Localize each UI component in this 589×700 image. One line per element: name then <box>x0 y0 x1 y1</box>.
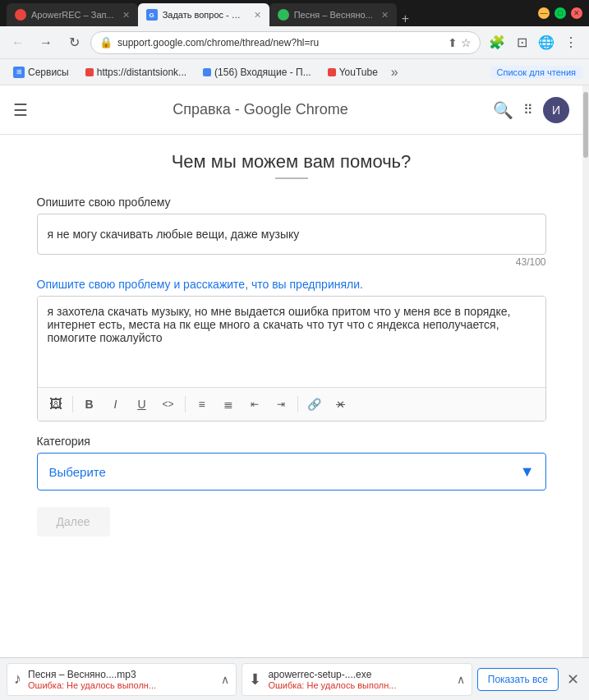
header-icons: 🔍 ⠿ И <box>493 97 569 123</box>
bookmarks-more-button[interactable]: » <box>388 65 402 80</box>
address-text: support.google.com/chrome/thread/new?hl=… <box>117 37 443 48</box>
download-info-song: Песня – Весняно....mp3 Ошибка: Не удалос… <box>28 669 214 690</box>
tab-apowerrec[interactable]: ApowerREC – Зап... ✕ <box>7 3 138 26</box>
bookmark-services-icon: ⊞ <box>13 67 25 78</box>
download-info-apowerrec: apowerrec-setup-....exe Ошибка: Не удало… <box>268 669 449 690</box>
bookmark-services[interactable]: ⊞ Сервисы <box>7 65 76 80</box>
tab-close-song[interactable]: ✕ <box>381 10 389 21</box>
new-tab-button[interactable]: + <box>397 12 414 26</box>
search-icon[interactable]: 🔍 <box>493 100 513 120</box>
category-label: Категория <box>37 435 546 448</box>
extensions-button[interactable]: 🧩 <box>485 31 508 54</box>
unordered-list-button[interactable]: ≡ <box>191 393 214 416</box>
bookmarks-bar: ⊞ Сервисы https://distantsionk... (156) … <box>0 59 589 85</box>
clear-format-button[interactable]: ✕ <box>329 393 352 416</box>
category-select-wrapper: Выберите ▼ <box>37 453 546 490</box>
window-controls: — □ ✕ <box>538 7 582 19</box>
nav-bar: ← → ↻ 🔒 support.google.com/chrome/thread… <box>0 26 589 59</box>
scrollbar[interactable] <box>582 85 589 657</box>
details-label: Опишите свою проблему и расскажите, что … <box>37 278 546 291</box>
share-icon[interactable]: ⬆ <box>448 36 458 49</box>
bookmark-youtube-icon <box>328 68 336 76</box>
tab-icon-song <box>278 9 289 21</box>
tab-close-google[interactable]: ✕ <box>254 10 261 21</box>
ordered-list-button[interactable]: ≣ <box>217 393 240 416</box>
category-select[interactable]: Выберите <box>37 453 546 490</box>
reading-list-button[interactable]: Список для чтения <box>490 66 582 79</box>
italic-button[interactable]: I <box>104 393 127 416</box>
close-button[interactable]: ✕ <box>571 7 582 19</box>
download-name-apowerrec: apowerrec-setup-....exe <box>268 669 449 680</box>
problem-input[interactable] <box>37 214 546 255</box>
indent-increase-button[interactable]: ⇥ <box>269 393 292 416</box>
apowerrec-download-icon: ⬇ <box>249 670 261 688</box>
download-bar: ♪ Песня – Весняно....mp3 Ошибка: Не удал… <box>0 657 589 700</box>
download-bar-close-icon[interactable]: ✕ <box>564 667 582 692</box>
underline-button[interactable]: U <box>131 393 154 416</box>
bookmark-distantsionk-icon <box>85 68 94 76</box>
download-item-song: ♪ Песня – Весняно....mp3 Ошибка: Не удал… <box>7 663 237 696</box>
tab-icon-google: G <box>146 9 158 21</box>
back-button[interactable]: ← <box>7 31 30 54</box>
image-button[interactable]: 🖼 <box>44 393 67 416</box>
tab-close-apowerrec[interactable]: ✕ <box>122 10 130 21</box>
link-button[interactable]: 🔗 <box>303 393 326 416</box>
lock-icon: 🔒 <box>99 36 113 48</box>
account-button[interactable]: 🌐 <box>535 31 558 54</box>
rich-textarea-wrapper: я захотела скачать музыку, но мне выдает… <box>37 296 546 421</box>
bold-button[interactable]: B <box>78 393 101 416</box>
show-all-button[interactable]: Показать все <box>477 668 559 691</box>
char-count: 43/100 <box>37 256 546 268</box>
bookmark-distantsionk[interactable]: https://distantsionk... <box>79 65 193 80</box>
nav-right-icons: 🧩 ⊡ 🌐 ⋮ <box>485 31 582 54</box>
page-heading: Чем мы можем вам помочь? <box>37 151 546 173</box>
address-bar-icons: ⬆ ☆ <box>448 36 472 49</box>
rich-toolbar: 🖼 B I U <> ≡ ≣ ⇤ ⇥ 🔗 ✕ <box>38 387 545 421</box>
indent-decrease-button[interactable]: ⇤ <box>243 393 266 416</box>
next-button[interactable]: Далее <box>37 507 110 537</box>
download-item-apowerrec: ⬇ apowerrec-setup-....exe Ошибка: Не уда… <box>242 663 472 696</box>
song-download-icon: ♪ <box>14 670 21 688</box>
forward-button[interactable]: → <box>35 31 58 54</box>
toolbar-divider-2 <box>185 396 186 412</box>
bookmark-youtube[interactable]: YouTube <box>321 65 384 80</box>
bookmark-inbox-label: (156) Входящие - П... <box>214 67 311 78</box>
bookmark-distantsionk-label: https://distantsionk... <box>97 67 186 78</box>
bookmark-inbox[interactable]: (156) Входящие - П... <box>196 65 318 80</box>
tab-label-google: Задать вопрос - С... <box>163 10 246 20</box>
maximize-button[interactable]: □ <box>554 7 566 19</box>
toolbar-divider-1 <box>72 396 73 412</box>
scrollbar-thumb[interactable] <box>583 92 588 158</box>
download-expand-apowerrec[interactable]: ∧ <box>457 673 465 686</box>
heading-divider <box>275 177 308 179</box>
menu-button[interactable]: ⋮ <box>559 31 582 54</box>
avatar[interactable]: И <box>543 97 569 123</box>
title-bar: ApowerREC – Зап... ✕ G Задать вопрос - С… <box>0 0 589 26</box>
main-page: Чем мы можем вам помочь? Опишите свою пр… <box>12 135 571 553</box>
tab-label-song: Песня – Весняно... <box>294 10 373 20</box>
download-status-song: Ошибка: Не удалось выполн... <box>28 680 214 690</box>
reload-button[interactable]: ↻ <box>62 31 85 54</box>
download-status-apowerrec: Ошибка: Не удалось выполн... <box>268 680 449 690</box>
bookmark-youtube-label: YouTube <box>339 67 378 78</box>
download-name-song: Песня – Весняно....mp3 <box>28 669 214 680</box>
hamburger-icon[interactable]: ☰ <box>13 100 28 120</box>
download-expand-song[interactable]: ∧ <box>221 673 229 686</box>
apps-grid-icon[interactable]: ⠿ <box>523 102 533 117</box>
problem-label: Опишите свою проблему <box>37 196 546 209</box>
bookmark-icon[interactable]: ☆ <box>461 36 472 49</box>
cast-button[interactable]: ⊡ <box>510 31 533 54</box>
tab-list: ApowerREC – Зап... ✕ G Задать вопрос - С… <box>7 0 538 26</box>
address-bar[interactable]: 🔒 support.google.com/chrome/thread/new?h… <box>90 31 481 54</box>
toolbar-divider-3 <box>297 396 298 412</box>
tab-google-support[interactable]: G Задать вопрос - С... ✕ <box>138 3 269 26</box>
code-button[interactable]: <> <box>157 393 180 416</box>
browser-content: ☰ Справка - Google Chrome 🔍 ⠿ И Чем мы м… <box>0 85 589 657</box>
minimize-button[interactable]: — <box>538 7 550 19</box>
details-textarea[interactable]: я захотела скачать музыку, но мне выдает… <box>38 297 545 387</box>
page-content: ☰ Справка - Google Chrome 🔍 ⠿ И Чем мы м… <box>0 85 582 657</box>
site-title: Справка - Google Chrome <box>38 101 483 118</box>
tab-label-apowerrec: ApowerREC – Зап... <box>31 10 114 20</box>
tab-icon-apowerrec <box>15 9 26 21</box>
tab-song[interactable]: Песня – Весняно... ✕ <box>269 3 397 26</box>
